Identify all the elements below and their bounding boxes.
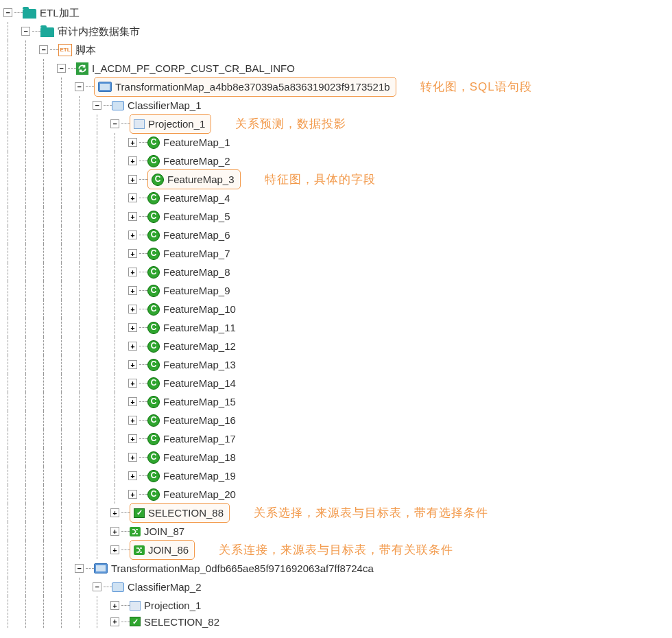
toggle-featuremap-19[interactable]: + [128, 471, 137, 480]
toggle-projection2-1[interactable]: + [110, 601, 119, 610]
featuremap-icon: C [147, 340, 160, 353]
toggle-featuremap-14[interactable]: + [128, 379, 137, 388]
toggle-classifier2[interactable]: − [93, 582, 101, 591]
featuremap-icon: C [147, 359, 160, 371]
projection-icon [130, 601, 141, 611]
tree-node-featuremap-11[interactable]: FeatureMap_11 [161, 318, 238, 337]
tree-node-projection1[interactable]: Projection_1 [146, 115, 207, 133]
highlight-selection88: ✓ SELECTION_88 [130, 503, 230, 523]
toggle-etl-root[interactable]: − [3, 8, 12, 17]
tree-node-featuremap-4[interactable]: FeatureMap_4 [161, 189, 232, 207]
tree-node-selection88[interactable]: SELECTION_88 [146, 504, 226, 522]
toggle-join86[interactable]: + [110, 545, 119, 554]
tree-node-featuremap-5[interactable]: FeatureMap_5 [161, 207, 232, 226]
tree-node-tmap2[interactable]: TransformationMap_0dfb665ae85f971692063a… [109, 559, 376, 578]
folder-icon [40, 27, 54, 37]
tree-node-featuremap-10[interactable]: FeatureMap_10 [161, 300, 238, 318]
toggle-join87[interactable]: + [110, 527, 119, 536]
tree-node-featuremap-20[interactable]: FeatureMap_20 [161, 485, 238, 504]
tree-node-classifier1[interactable]: ClassifierMap_1 [125, 96, 204, 115]
tree-node-classifier2[interactable]: ClassifierMap_2 [125, 578, 204, 596]
toggle-featuremap-4[interactable]: + [128, 193, 137, 202]
tree-node-featuremap-19[interactable]: FeatureMap_19 [161, 466, 238, 485]
featuremap-icon: C [147, 488, 160, 501]
toggle-featuremap-2[interactable]: + [128, 156, 137, 165]
toggle-tmap2[interactable]: − [75, 564, 84, 573]
tree-node-featuremap-6[interactable]: FeatureMap_6 [161, 226, 232, 244]
annotation-feature3: 特征图，具体的字段 [265, 170, 376, 189]
featuremap-icon: C [147, 248, 160, 260]
featuremap-icon: C [152, 174, 164, 186]
tree-node-featuremap-13[interactable]: FeatureMap_13 [161, 355, 238, 374]
featuremap-icon: C [147, 192, 160, 204]
tree-node-projection2-1[interactable]: Projection_1 [142, 596, 203, 615]
annotation-tmap1: 转化图，SQL语句段 [420, 78, 532, 96]
tree-node-job[interactable]: I_ACDM_PF_CORP_CUST_CR_BAL_INFO [90, 59, 297, 78]
toggle-classifier1[interactable]: − [93, 101, 101, 110]
annotation-projection1: 关系预测，数据投影 [235, 115, 346, 133]
tree-node-featuremap-17[interactable]: FeatureMap_17 [161, 429, 238, 448]
highlight-projection1: Projection_1 [130, 114, 211, 134]
toggle-featuremap-9[interactable]: + [128, 286, 137, 295]
toggle-tmap1[interactable]: − [75, 82, 84, 91]
folder-icon [23, 9, 36, 19]
featuremap-icon: C [147, 470, 160, 482]
toggle-featuremap-12[interactable]: + [128, 342, 137, 351]
classifier-icon [112, 582, 124, 592]
tree-node-featuremap-16[interactable]: FeatureMap_16 [161, 411, 238, 429]
featuremap-icon: C [147, 211, 160, 223]
checkmark-icon: ✓ [134, 508, 145, 518]
toggle-featuremap-16[interactable]: + [128, 416, 137, 425]
featuremap-icon: C [147, 266, 160, 279]
toggle-featuremap-7[interactable]: + [128, 249, 137, 258]
tree-node-selection82[interactable]: SELECTION_82 [142, 615, 221, 628]
tree-node-featuremap-12[interactable]: FeatureMap_12 [161, 337, 238, 355]
tree-node-etl-root[interactable]: ETL加工 [38, 3, 82, 22]
featuremap-icon: C [147, 414, 160, 427]
projection-icon [134, 119, 145, 129]
tree-node-tmap1[interactable]: TransformationMap_a4bb8e37039a5a83631902… [113, 78, 392, 96]
tree-node-featuremap-15[interactable]: FeatureMap_15 [161, 392, 238, 411]
tree-node-featuremap-8[interactable]: FeatureMap_8 [161, 263, 232, 281]
tree-node-featuremap-3[interactable]: FeatureMap_3 [165, 170, 237, 189]
toggle-job[interactable]: − [57, 64, 66, 73]
toggle-featuremap-11[interactable]: + [128, 323, 137, 332]
tree-node-featuremap-18[interactable]: FeatureMap_18 [161, 448, 238, 466]
toggle-featuremap-18[interactable]: + [128, 453, 137, 462]
join-icon [130, 527, 141, 536]
toggle-script[interactable]: − [39, 45, 48, 54]
refresh-icon [76, 62, 88, 75]
tree-node-featuremap-14[interactable]: FeatureMap_14 [161, 374, 238, 392]
toggle-featuremap-5[interactable]: + [128, 212, 137, 221]
map-icon [98, 82, 112, 92]
toggle-featuremap-6[interactable]: + [128, 231, 137, 239]
toggle-selection88[interactable]: + [110, 508, 119, 517]
toggle-projection1[interactable]: − [110, 119, 119, 128]
toggle-featuremap-1[interactable]: + [128, 138, 137, 147]
toggle-featuremap-20[interactable]: + [128, 490, 137, 499]
toggle-selection82[interactable]: + [110, 617, 119, 626]
etl-icon: ETL [58, 44, 72, 56]
tree-node-join87[interactable]: JOIN_87 [142, 522, 187, 541]
annotation-selection88: 关系选择，来源表与目标表，带有选择条件 [254, 504, 488, 522]
featuremap-icon: C [147, 322, 160, 334]
featuremap-icon: C [147, 433, 160, 445]
tree-node-datamart[interactable]: 审计内控数据集市 [56, 22, 142, 40]
tree-node-featuremap-2[interactable]: FeatureMap_2 [161, 152, 232, 170]
toggle-featuremap-17[interactable]: + [128, 434, 137, 443]
tree-node-featuremap-9[interactable]: FeatureMap_9 [161, 281, 232, 300]
toggle-featuremap-3[interactable]: + [128, 175, 137, 184]
toggle-featuremap-13[interactable]: + [128, 360, 137, 369]
join-icon [134, 545, 145, 555]
highlight-feature3: CFeatureMap_3 [147, 169, 241, 189]
toggle-datamart[interactable]: − [21, 27, 30, 36]
toggle-featuremap-10[interactable]: + [128, 305, 137, 314]
tree-node-script[interactable]: 脚本 [73, 40, 98, 59]
tree-node-featuremap-1[interactable]: FeatureMap_1 [161, 133, 232, 152]
tree-node-featuremap-7[interactable]: FeatureMap_7 [161, 244, 232, 263]
featuremap-icon: C [147, 137, 160, 149]
toggle-featuremap-8[interactable]: + [128, 268, 137, 276]
featuremap-icon: C [147, 155, 160, 167]
toggle-featuremap-15[interactable]: + [128, 397, 137, 406]
tree-node-join86[interactable]: JOIN_86 [146, 541, 191, 559]
